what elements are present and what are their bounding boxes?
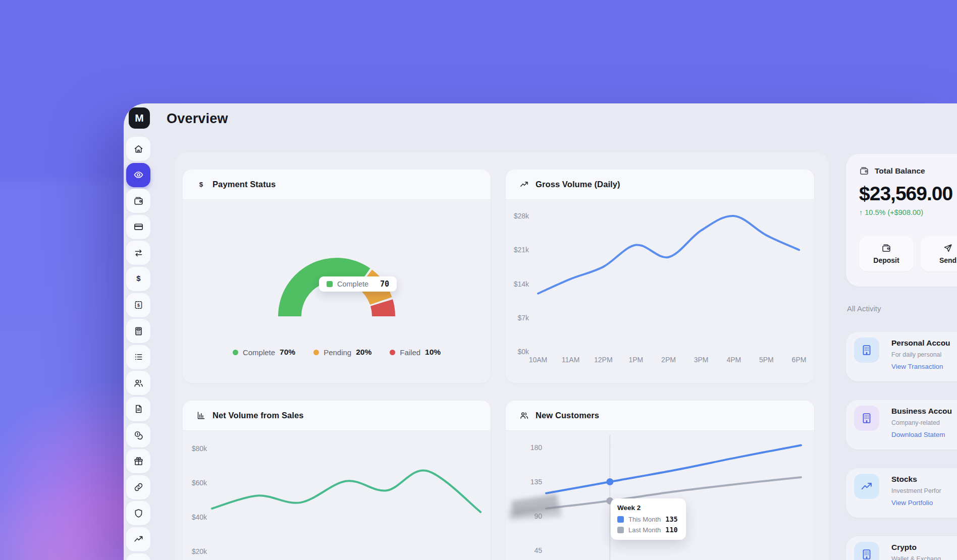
activity-card-stocks[interactable]: Stocks Investment PerforView Portfolio (846, 468, 957, 518)
svg-text:$: $ (136, 275, 141, 283)
coins-icon (133, 430, 144, 440)
invoice-icon: $ (133, 300, 144, 310)
wallet-icon (859, 166, 869, 176)
credit-card-icon (133, 221, 144, 232)
activity-subtitle: Company-related (891, 419, 940, 426)
sidebar-item-shield[interactable] (126, 501, 150, 525)
total-balance-header: Total Balance (859, 166, 957, 176)
activity-link[interactable]: View Transaction (891, 363, 943, 370)
svg-text:3PM: 3PM (694, 356, 709, 364)
tooltip-value: 110 (665, 526, 677, 534)
legend-label: Pending (324, 348, 351, 357)
sidebar-item-eye[interactable] (126, 163, 150, 187)
list-icon (133, 352, 144, 362)
svg-text:6PM: 6PM (792, 356, 807, 364)
sidebar-item-monitor[interactable] (126, 553, 150, 560)
sidebar-item-list[interactable] (126, 345, 150, 369)
svg-text:$40k: $40k (192, 513, 207, 521)
sidebar: $$ (126, 137, 150, 560)
sidebar-item-users[interactable] (126, 371, 150, 395)
svg-text:$28k: $28k (514, 212, 529, 220)
legend-dot (313, 350, 319, 355)
net-volume-card: Net Volume from Sales $80k$60k$40k$20k (183, 401, 491, 560)
charts-panel: $ Payment Status Complete 70 Complete 70… (174, 152, 829, 560)
app-logo[interactable]: M (129, 107, 150, 129)
svg-text:$20k: $20k (192, 547, 207, 555)
card-title: Gross Volume (Daily) (536, 180, 620, 189)
svg-text:$: $ (199, 181, 203, 188)
tooltip-value: 135 (665, 515, 677, 523)
tooltip-row: This Month 135 (617, 515, 678, 523)
sidebar-item-credit-card[interactable] (126, 215, 150, 239)
page-title: Overview (167, 111, 228, 127)
send-icon (943, 243, 953, 253)
svg-text:5PM: 5PM (759, 356, 774, 364)
activity-link[interactable]: Download Statem (891, 431, 945, 438)
sidebar-item-coins[interactable] (126, 423, 150, 447)
legend-label: Failed (400, 348, 420, 357)
svg-text:$7k: $7k (517, 314, 529, 322)
total-balance-amount: $23,569.00 (859, 183, 957, 205)
transfer-icon (133, 248, 144, 258)
card-header: Gross Volume (Daily) (506, 170, 814, 200)
card-header: New Customers (506, 401, 814, 431)
gross-volume-chart: $28k$21k$14k$7k$0k10AM11AM12PM1PM2PM3PM4… (506, 200, 814, 383)
users-icon (519, 411, 529, 420)
svg-text:$60k: $60k (192, 479, 207, 487)
legend-label: Complete (243, 348, 275, 357)
sidebar-item-invoice[interactable]: $ (126, 293, 150, 317)
building-icon-tile (854, 338, 879, 363)
new-customers-chart: 1801359045 Week 2 This Month 135 Last Mo… (506, 431, 814, 560)
gauge-legend: Complete 70% Pending 20% Failed 10% (183, 348, 491, 357)
new-customers-card: New Customers 1801359045 Week 2 This Mon… (506, 401, 814, 560)
sidebar-item-wallet[interactable] (126, 189, 150, 213)
legend-value: 10% (425, 348, 441, 357)
sidebar-item-document[interactable] (126, 397, 150, 421)
legend-item: Complete 70% (233, 348, 295, 357)
net-volume-svg: $80k$60k$40k$20k (183, 431, 491, 560)
sidebar-item-dollar[interactable]: $ (126, 267, 150, 291)
sidebar-item-home[interactable] (126, 137, 150, 161)
svg-text:180: 180 (530, 443, 543, 452)
sidebar-item-transfer[interactable] (126, 241, 150, 265)
legend-item: Failed 10% (390, 348, 441, 357)
building-icon (860, 412, 873, 425)
send-icon (943, 243, 953, 253)
sidebar-item-gift[interactable] (126, 449, 150, 473)
activity-title: Crypto (891, 543, 917, 552)
building-icon (860, 344, 873, 357)
gauge-tooltip: Complete 70 (319, 276, 397, 292)
legend-swatch (327, 281, 333, 287)
bar-chart-icon (196, 411, 206, 420)
trending-up-icon-tile (854, 474, 879, 499)
eye-icon (133, 170, 144, 180)
building-icon-tile (854, 406, 879, 431)
send-label: Send (939, 256, 956, 264)
tooltip-label: This Month (628, 516, 661, 523)
calculator-icon (133, 326, 144, 337)
dollar-icon: $ (133, 273, 144, 284)
trending-up-icon (133, 534, 144, 544)
legend-value: 70% (280, 348, 295, 357)
send-button[interactable]: Send (921, 236, 957, 271)
total-balance-card: Total Balance $23,569.00 ↑ 10.5% (+$908.… (846, 154, 957, 287)
sidebar-item-trending-up[interactable] (126, 527, 150, 551)
sidebar-item-calculator[interactable] (126, 319, 150, 343)
deposit-button[interactable]: Deposit (859, 236, 914, 271)
activity-link[interactable]: View Portfolio (891, 499, 933, 507)
building-icon-tile (854, 542, 879, 560)
activity-card-business-accou[interactable]: Business Accou Company-relatedDownload S… (846, 400, 957, 450)
svg-text:$0k: $0k (517, 348, 529, 356)
tooltip-value: 70 (380, 279, 389, 289)
legend-value: 20% (356, 348, 371, 357)
dollar-icon: $ (196, 180, 206, 190)
activity-card-crypto[interactable]: Crypto Wallet & Exchang (846, 536, 957, 560)
sidebar-item-link[interactable] (126, 475, 150, 499)
gift-icon (133, 456, 144, 467)
app-window: M Overview $$ $ Payment Status Complete … (124, 103, 957, 560)
card-title: Net Volume from Sales (212, 411, 304, 420)
activity-card-personal-accou[interactable]: Personal Accou For daily personalView Tr… (846, 332, 957, 381)
gross-volume-card: Gross Volume (Daily) $28k$21k$14k$7k$0k1… (506, 170, 814, 383)
wallet-icon (881, 243, 891, 253)
bar-chart-icon (196, 411, 206, 421)
